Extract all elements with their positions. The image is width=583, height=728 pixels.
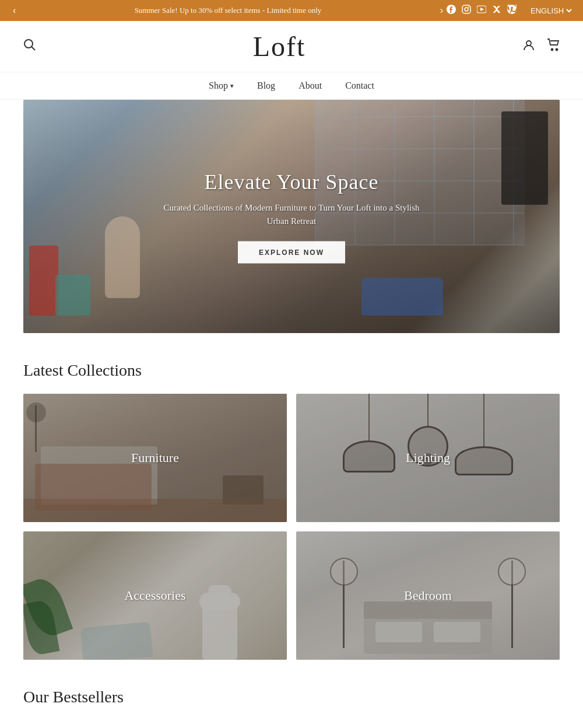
bestsellers-section: Our Bestsellers (23, 688, 560, 706)
svg-point-5 (24, 40, 33, 48)
svg-rect-0 (462, 5, 470, 13)
svg-point-9 (556, 49, 558, 51)
announcement-prev-btn[interactable]: ‹ (9, 4, 19, 17)
header-left (23, 38, 36, 54)
bedroom-label: Bedroom (404, 588, 452, 603)
hero-cta-button[interactable]: EXPLORE NOW (238, 242, 345, 264)
header: Loft (0, 21, 583, 72)
nav-blog[interactable]: Blog (257, 80, 275, 91)
nav-contact[interactable]: Contact (345, 80, 374, 91)
hero-subtitle: Curated Collections of Modern Furniture … (157, 201, 426, 228)
collection-furniture[interactable]: Furniture (23, 394, 287, 522)
youtube-icon[interactable] (477, 5, 486, 16)
hero-section: Elevate Your Space Curated Collections o… (0, 100, 583, 333)
pinterest-icon[interactable] (507, 5, 517, 16)
svg-marker-4 (480, 8, 484, 11)
collection-bedroom[interactable]: Bedroom (296, 531, 560, 660)
announcement-bar: ‹ Summer Sale! Up to 30% off select item… (0, 0, 583, 21)
search-button[interactable] (23, 38, 36, 54)
shop-dropdown-chevron: ▾ (230, 82, 234, 90)
hero-content: Elevate Your Space Curated Collections o… (157, 170, 426, 264)
cart-button[interactable] (547, 38, 560, 54)
hero-title: Elevate Your Space (157, 170, 426, 194)
collections-grid-bottom: Accessories (23, 531, 560, 660)
header-right (522, 38, 560, 54)
furniture-label: Furniture (131, 450, 179, 466)
social-icons-group: ENGLISH FRENCH SPANISH (447, 5, 574, 16)
bestsellers-title: Our Bestsellers (23, 688, 560, 706)
svg-point-2 (468, 6, 469, 8)
collections-title: Latest Collections (23, 361, 560, 380)
nav-about[interactable]: About (298, 80, 322, 91)
facebook-icon[interactable] (447, 5, 456, 16)
svg-point-8 (552, 49, 553, 51)
nav-shop[interactable]: Shop ▾ (209, 80, 234, 91)
site-logo[interactable]: Loft (36, 30, 522, 62)
collection-accessories[interactable]: Accessories (23, 531, 287, 660)
svg-line-6 (32, 47, 36, 51)
accessories-label: Accessories (124, 588, 185, 603)
main-content: Latest Collections Furniture (0, 361, 583, 706)
account-button[interactable] (522, 38, 535, 54)
collection-lighting[interactable]: Lighting (296, 394, 560, 522)
announcement-next-btn[interactable]: › (437, 4, 447, 17)
main-nav: Shop ▾ Blog About Contact (0, 72, 583, 100)
twitter-icon[interactable] (492, 5, 501, 16)
instagram-icon[interactable] (462, 5, 471, 16)
lighting-label: Lighting (406, 450, 450, 466)
collections-grid-top: Furniture (23, 394, 560, 522)
svg-point-1 (465, 8, 468, 11)
language-select[interactable]: ENGLISH FRENCH SPANISH (528, 6, 574, 16)
announcement-text: Summer Sale! Up to 30% off select items … (19, 6, 436, 15)
hero-image: Elevate Your Space Curated Collections o… (23, 100, 560, 333)
svg-point-7 (526, 41, 531, 46)
